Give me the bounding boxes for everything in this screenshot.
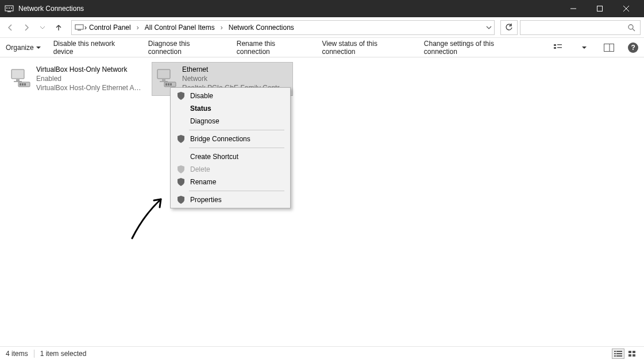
details-view-button[interactable] [612, 349, 624, 359]
svg-rect-1 [7, 11, 11, 12]
disable-device-button[interactable]: Disable this network device [53, 40, 136, 56]
search-icon [627, 24, 635, 32]
menu-separator [189, 148, 284, 148]
ctx-delete: Delete [172, 163, 289, 176]
svg-rect-20 [16, 79, 20, 81]
svg-point-3 [9, 7, 10, 9]
organize-label: Organize [6, 44, 34, 52]
shield-icon [176, 135, 186, 143]
search-box[interactable] [520, 20, 641, 35]
status-separator [34, 350, 34, 358]
svg-point-4 [11, 7, 12, 9]
breadcrumb: Control Panel › All Control Panel Items … [87, 22, 296, 33]
diagnose-connection-button[interactable]: Diagnose this connection [148, 40, 224, 56]
shield-icon [176, 196, 186, 204]
svg-rect-33 [614, 351, 616, 352]
svg-line-12 [633, 29, 635, 31]
shield-icon [176, 165, 186, 173]
svg-rect-24 [22, 83, 24, 86]
back-button[interactable] [3, 21, 17, 34]
item-name: Ethernet [182, 65, 289, 74]
svg-rect-15 [557, 44, 562, 45]
svg-rect-10 [78, 30, 81, 30]
svg-rect-32 [170, 83, 172, 86]
window-controls [560, 0, 639, 17]
app-icon [5, 4, 14, 13]
svg-rect-40 [633, 351, 635, 353]
refresh-button[interactable] [500, 20, 518, 35]
up-button[interactable] [52, 21, 65, 34]
ctx-properties[interactable]: Properties [172, 193, 289, 206]
ctx-disable[interactable]: Disable [172, 90, 289, 102]
chevron-right-icon: › [219, 24, 224, 32]
change-settings-button[interactable]: Change settings of this connection [424, 40, 528, 56]
breadcrumb-control-panel[interactable]: Control Panel [87, 22, 133, 33]
item-status: Enabled [36, 74, 143, 83]
item-status: Network [182, 74, 289, 83]
svg-rect-23 [20, 83, 21, 86]
network-adapter-icon [10, 65, 33, 93]
svg-rect-31 [168, 83, 169, 86]
breadcrumb-all-items[interactable]: All Control Panel Items [142, 22, 217, 33]
address-bar[interactable]: › Control Panel › All Control Panel Item… [71, 20, 495, 35]
large-icons-view-button[interactable] [626, 349, 638, 359]
ctx-create-shortcut[interactable]: Create Shortcut [172, 150, 289, 163]
window-title: Network Connections [18, 5, 560, 13]
network-connections-icon [74, 23, 84, 32]
rename-connection-button[interactable]: Rename this connection [237, 40, 310, 56]
toolbar: Organize Disable this network device Dia… [0, 38, 644, 57]
recent-dropdown-button[interactable] [36, 21, 49, 34]
ctx-rename[interactable]: Rename [172, 176, 289, 188]
ctx-status[interactable]: Status [172, 102, 289, 115]
svg-rect-34 [616, 351, 622, 352]
item-name: VirtualBox Host-Only Network [36, 65, 143, 74]
svg-point-2 [6, 7, 7, 9]
content-area: VirtualBox Host-Only Network Enabled Vir… [0, 57, 644, 346]
svg-rect-13 [554, 44, 556, 46]
menu-separator [189, 191, 284, 191]
network-item-virtualbox[interactable]: VirtualBox Host-Only Network Enabled Vir… [6, 62, 147, 96]
ctx-bridge[interactable]: Bridge Connections [172, 133, 289, 145]
address-dropdown-button[interactable] [486, 25, 492, 30]
navigation-row: › Control Panel › All Control Panel Item… [0, 17, 644, 38]
shield-icon [176, 92, 186, 100]
titlebar: Network Connections [0, 0, 644, 17]
breadcrumb-network-connections[interactable]: Network Connections [226, 22, 296, 33]
view-options-button[interactable] [553, 41, 565, 54]
context-menu: Disable Status Diagnose Bridge Connectio… [170, 87, 291, 208]
status-selected: 1 item selected [40, 350, 87, 358]
svg-rect-6 [597, 6, 603, 11]
chevron-right-icon: › [136, 24, 140, 32]
svg-rect-26 [157, 69, 170, 79]
svg-rect-39 [628, 351, 631, 353]
menu-separator [189, 130, 284, 130]
svg-rect-41 [628, 354, 631, 357]
close-button[interactable] [613, 0, 639, 17]
svg-rect-25 [24, 83, 26, 86]
item-device: VirtualBox Host-Only Ethernet Ad... [36, 83, 143, 92]
svg-rect-9 [75, 25, 83, 29]
view-status-button[interactable]: View status of this connection [322, 40, 411, 56]
view-dropdown-button[interactable] [578, 41, 591, 54]
svg-rect-38 [616, 355, 622, 357]
svg-point-11 [628, 25, 633, 29]
svg-rect-16 [557, 47, 562, 48]
forward-button[interactable] [20, 21, 33, 34]
svg-rect-36 [616, 353, 622, 354]
organize-menu[interactable]: Organize [6, 44, 41, 52]
minimize-button[interactable] [560, 0, 587, 17]
statusbar: 4 items 1 item selected [0, 346, 644, 360]
svg-rect-37 [614, 355, 616, 357]
ctx-diagnose[interactable]: Diagnose [172, 115, 289, 127]
svg-rect-17 [604, 44, 614, 51]
maximize-button[interactable] [587, 0, 613, 17]
items-row: VirtualBox Host-Only Network Enabled Vir… [6, 62, 638, 96]
svg-rect-19 [11, 69, 24, 79]
shield-icon [176, 178, 186, 186]
preview-pane-button[interactable] [603, 41, 616, 54]
svg-rect-42 [633, 354, 635, 357]
status-count: 4 items [6, 350, 28, 358]
svg-rect-30 [165, 83, 167, 86]
help-button[interactable]: ? [628, 42, 638, 53]
svg-rect-14 [554, 47, 556, 49]
